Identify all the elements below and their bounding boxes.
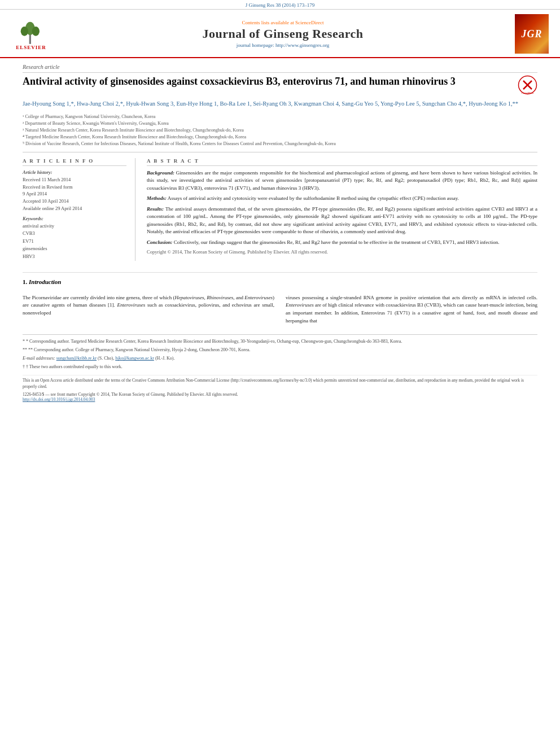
article-title-section: Antiviral activity of ginsenosides again… bbox=[23, 75, 537, 95]
journal-header: ELSEVIER Contents lists available at Sci… bbox=[0, 10, 560, 58]
intro-right-col: viruses possessing a single-stranded RNA… bbox=[286, 294, 537, 326]
issn-text: 1226-8453/$ — see front matter Copyright… bbox=[23, 392, 537, 397]
authors: Jae-Hyoung Song 1,*, Hwa-Jung Choi 2,*, … bbox=[23, 99, 537, 109]
keywords-list: antiviral activity CVB3 EV71 ginsenoside… bbox=[23, 222, 126, 261]
footer-note-3: † † These two authors contributed equall… bbox=[23, 364, 537, 370]
article-body-columns: A R T I C L E I N F O Article history: R… bbox=[23, 158, 537, 261]
abstract-methods: Methods: Assays of antiviral activity an… bbox=[147, 195, 537, 203]
footer-note-1: * * Corresponding author. Targeted Medic… bbox=[23, 338, 537, 345]
accepted-date: Accepted 10 April 2014 bbox=[23, 198, 126, 205]
intro-left-col: The Picornaviridae are currently divided… bbox=[23, 294, 274, 326]
abstract-results: Results: The antiviral assays demonstrat… bbox=[147, 206, 537, 236]
received-revised-date: 9 April 2014 bbox=[23, 190, 126, 198]
svg-text:CrossMark: CrossMark bbox=[521, 91, 534, 94]
sciencedirect-link: Contents lists available at ScienceDirec… bbox=[56, 20, 509, 25]
available-date: Available online 29 April 2014 bbox=[23, 205, 126, 212]
abstract-column: A B S T R A C T Background: Ginsenosides… bbox=[147, 158, 537, 261]
keywords-label: Keywords: bbox=[23, 216, 126, 221]
history-label: Article history: bbox=[23, 169, 126, 175]
abstract-copyright: Copyright © 2014, The Korean Society of … bbox=[147, 249, 537, 255]
article-info-column: A R T I C L E I N F O Article history: R… bbox=[23, 158, 135, 261]
abstract-results-text: The antiviral assays demonstrated that, … bbox=[147, 206, 537, 235]
crossmark-icon[interactable]: CrossMark bbox=[518, 75, 537, 95]
keyword-antiviral: antiviral activity bbox=[23, 222, 126, 230]
abstract-heading: A B S T R A C T bbox=[147, 158, 537, 166]
issn-doi: 1226-8453/$ — see front matter Copyright… bbox=[23, 392, 537, 402]
journal-title: Journal of Ginseng Research bbox=[56, 27, 509, 41]
doi-link[interactable]: http://dx.doi.org/10.1016/j.jgr.2014.04.… bbox=[23, 397, 537, 402]
keyword-ev71: EV71 bbox=[23, 238, 126, 246]
article-title: Antiviral activity of ginsenosides again… bbox=[23, 75, 512, 88]
journal-homepage: journal homepage: http://www.ginsengres.… bbox=[56, 42, 509, 48]
email-link-1[interactable]: sungchan@kribb.re.kr bbox=[56, 356, 97, 361]
article-info-heading: A R T I C L E I N F O bbox=[23, 158, 126, 166]
intro-title: 1. Introduction bbox=[23, 278, 537, 285]
journal-center: Contents lists available at ScienceDirec… bbox=[56, 20, 509, 48]
article-type: Research article bbox=[23, 64, 537, 73]
email-link-2[interactable]: hjko@kangwon.ac.kr bbox=[115, 356, 154, 361]
intro-body: The Picornaviridae are currently divided… bbox=[23, 294, 537, 326]
open-access-notice: This is an Open Access article distribut… bbox=[23, 375, 537, 390]
keyword-hrv3: HRV3 bbox=[23, 253, 126, 261]
affiliation-item: ⁴ Targeted Medicine Research Center, Kor… bbox=[23, 134, 537, 141]
footer-section: * * Corresponding author. Targeted Medic… bbox=[23, 334, 537, 402]
svg-point-3 bbox=[32, 27, 40, 36]
abstract-background: Background: Ginsenosides are the major c… bbox=[147, 169, 537, 193]
affiliation-item: ¹ College of Pharmacy, Kangwon National … bbox=[23, 113, 537, 120]
received-revised-label: Received in Revised form bbox=[23, 184, 126, 191]
abstract-background-text: Ginsenosides are the major components re… bbox=[147, 170, 537, 191]
abstract-conclusion: Conclusion: Collectively, our findings s… bbox=[147, 239, 537, 247]
abstract-methods-text: Assays of antiviral activity and cytotox… bbox=[168, 195, 459, 201]
affiliation-item: ³ Natural Medicine Research Center, Kore… bbox=[23, 127, 537, 134]
affiliation-item: ² Department of Beauty Science, Kwangju … bbox=[23, 120, 537, 127]
affiliation-item: ⁵ Division of Vaccine Research, Center f… bbox=[23, 141, 537, 147]
keyword-ginsenosides: ginsenosides bbox=[23, 245, 126, 253]
main-content: Research article Antiviral activity of g… bbox=[0, 58, 560, 408]
intro-right-text: viruses possessing a single-stranded RNA… bbox=[286, 294, 537, 326]
svg-point-2 bbox=[21, 27, 28, 36]
intro-left-text: The Picornaviridae are currently divided… bbox=[23, 294, 274, 318]
introduction-section: 1. Introduction The Picornaviridae are c… bbox=[23, 272, 537, 326]
received-date: Received 11 March 2014 bbox=[23, 176, 126, 184]
keyword-cvb3: CVB3 bbox=[23, 230, 126, 238]
elsevier-logo: ELSEVIER bbox=[11, 18, 51, 50]
abstract-conclusion-text: Collectively, our findings suggest that … bbox=[174, 239, 500, 245]
affiliations: ¹ College of Pharmacy, Kangwon National … bbox=[23, 113, 537, 152]
journal-reference: J Ginseng Res 38 (2014) 173–179 bbox=[0, 0, 560, 10]
jgr-logo: JGR bbox=[515, 14, 549, 54]
footer-note-2: ** ** Corresponding author. College of P… bbox=[23, 347, 537, 353]
footer-email: E-mail addresses: sungchan@kribb.re.kr (… bbox=[23, 355, 537, 362]
